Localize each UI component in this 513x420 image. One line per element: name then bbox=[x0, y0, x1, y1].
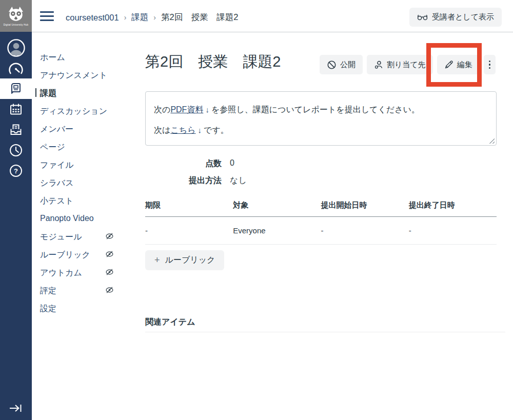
sidebar-item-inbox[interactable] bbox=[0, 119, 32, 140]
course-nav-item-label: アウトカム bbox=[40, 268, 82, 277]
table-header-row: 期限 対象 提出開始日時 提出終了日時 bbox=[145, 198, 497, 217]
inbox-icon bbox=[9, 123, 23, 137]
resize-handle-icon[interactable] bbox=[489, 138, 495, 144]
svg-text:?: ? bbox=[14, 167, 18, 175]
hidden-eye-icon bbox=[105, 268, 114, 276]
course-nav: ホーム アナウンスメント 課題 ディスカッション メンバー ページ ファイル シ… bbox=[40, 52, 132, 322]
due-dates-table: 期限 対象 提出開始日時 提出終了日時 - Everyone - - bbox=[145, 198, 497, 245]
cell-available-until: - bbox=[409, 217, 497, 245]
assign-user-icon bbox=[374, 60, 383, 69]
breadcrumb: coursetest001 › 課題 › 第2回 授業 課題2 bbox=[66, 12, 238, 23]
breadcrumb-course-link[interactable]: coursetest001 bbox=[66, 13, 119, 23]
pdf-file-link[interactable]: PDF資料 bbox=[170, 105, 203, 114]
collapse-arrow-icon bbox=[8, 403, 24, 413]
sidebar-item-account[interactable] bbox=[0, 37, 32, 58]
cell-available-from: - bbox=[321, 217, 409, 245]
course-nav-item-panopto-video[interactable]: Panopto Video bbox=[40, 214, 132, 223]
description-text: 次は bbox=[154, 126, 170, 134]
more-options-kebab-icon[interactable] bbox=[484, 55, 496, 74]
course-nav-item-outcomes[interactable]: アウトカム bbox=[40, 268, 132, 276]
course-nav-item-label: ルーブリック bbox=[40, 250, 90, 259]
sidebar-item-calendar[interactable] bbox=[0, 99, 32, 119]
dashboard-gauge-icon bbox=[8, 62, 24, 75]
courses-book-icon bbox=[9, 82, 23, 96]
edit-button[interactable]: 編集 bbox=[437, 55, 480, 74]
course-nav-item-settings[interactable]: 設定 bbox=[40, 304, 132, 312]
course-nav-item-grades[interactable]: 評定 bbox=[40, 286, 132, 294]
course-nav-item-syllabus[interactable]: シラバス bbox=[40, 178, 132, 187]
points-row: 点数 0 bbox=[145, 158, 247, 169]
sidebar-item-history[interactable] bbox=[0, 140, 32, 161]
table-row: - Everyone - - bbox=[145, 217, 497, 245]
course-nav-item-quizzes[interactable]: 小テスト bbox=[40, 196, 132, 205]
publish-button[interactable]: 公開 bbox=[320, 55, 363, 74]
add-rubric-label: ルーブリック bbox=[165, 255, 215, 266]
download-icon[interactable]: ↓ bbox=[205, 105, 209, 114]
points-value: 0 bbox=[230, 158, 234, 169]
cell-due: - bbox=[145, 217, 233, 245]
cell-for: Everyone bbox=[233, 217, 321, 245]
submission-type-row: 提出方法 なし bbox=[145, 175, 247, 186]
assign-to-label: 割り当て先 bbox=[387, 60, 426, 70]
course-nav-item-announcements[interactable]: アナウンスメント bbox=[40, 70, 132, 79]
global-nav: Digital University Hub bbox=[0, 0, 32, 420]
course-nav-item-pages[interactable]: ページ bbox=[40, 142, 132, 151]
sidebar-collapse-button[interactable] bbox=[0, 399, 32, 417]
course-nav-item-label: モジュール bbox=[40, 232, 82, 241]
user-avatar-icon bbox=[7, 38, 26, 57]
lemur-logo-icon bbox=[6, 6, 26, 23]
description-text: 次の bbox=[154, 105, 170, 114]
edit-label: 編集 bbox=[457, 60, 472, 70]
hamburger-menu-icon[interactable] bbox=[40, 11, 54, 21]
submission-type-value: なし bbox=[230, 175, 247, 186]
course-nav-item-assignments[interactable]: 課題 bbox=[35, 88, 132, 97]
related-items-heading: 関連アイテム bbox=[145, 317, 195, 328]
view-as-student-label: 受講者として表示 bbox=[432, 12, 494, 22]
assignment-actions: 公開 割り当て先 編集 bbox=[320, 55, 496, 74]
course-nav-item-home[interactable]: ホーム bbox=[40, 52, 132, 61]
col-available-from: 提出開始日時 bbox=[321, 198, 409, 217]
course-nav-item-people[interactable]: メンバー bbox=[40, 124, 132, 133]
col-due: 期限 bbox=[145, 198, 233, 217]
edit-pencil-icon bbox=[444, 60, 453, 69]
related-items-divider bbox=[145, 332, 505, 332]
course-nav-item-discussions[interactable]: ディスカッション bbox=[40, 106, 132, 115]
description-line-2: 次はこちら↓です。 bbox=[154, 125, 488, 135]
sidebar-item-courses[interactable] bbox=[0, 78, 32, 99]
view-as-student-button[interactable]: 受講者として表示 bbox=[409, 8, 502, 27]
top-header: coursetest001 › 課題 › 第2回 授業 課題2 受講者として表示 bbox=[32, 0, 513, 32]
description-line-1: 次のPDF資料↓を参照し、課題についてレポートを提出してください。 bbox=[154, 105, 488, 114]
glasses-icon bbox=[417, 14, 428, 21]
description-text: です。 bbox=[204, 126, 229, 134]
logo-label: Digital University Hub bbox=[4, 24, 28, 26]
logo[interactable]: Digital University Hub bbox=[0, 0, 32, 32]
col-available-until: 提出終了日時 bbox=[409, 198, 497, 217]
assignment-details: 点数 0 提出方法 なし bbox=[145, 158, 247, 192]
breadcrumb-separator: › bbox=[124, 13, 127, 22]
breadcrumb-separator: › bbox=[153, 13, 156, 22]
plus-icon: + bbox=[154, 255, 160, 266]
course-nav-item-files[interactable]: ファイル bbox=[40, 160, 132, 169]
help-icon: ? bbox=[9, 164, 23, 178]
course-nav-item-modules[interactable]: モジュール bbox=[40, 232, 132, 241]
breadcrumb-assignments-link[interactable]: 課題 bbox=[131, 12, 148, 23]
hidden-eye-icon bbox=[105, 250, 114, 258]
assign-to-button[interactable]: 割り当て先 bbox=[367, 55, 433, 74]
hidden-eye-icon bbox=[105, 232, 114, 241]
kochira-file-link[interactable]: こちら bbox=[170, 126, 195, 134]
course-nav-item-label: 評定 bbox=[40, 286, 56, 295]
history-clock-icon bbox=[9, 143, 23, 157]
calendar-icon bbox=[9, 102, 23, 116]
course-nav-item-rubrics[interactable]: ルーブリック bbox=[40, 250, 132, 258]
global-nav-items: ? bbox=[0, 37, 32, 181]
unpublished-ban-icon bbox=[327, 60, 337, 70]
download-icon[interactable]: ↓ bbox=[198, 126, 202, 134]
description-text: を参照し、課題についてレポートを提出してください。 bbox=[211, 105, 420, 114]
sidebar-item-help[interactable]: ? bbox=[0, 161, 32, 181]
hidden-eye-icon bbox=[105, 286, 114, 294]
points-label: 点数 bbox=[145, 158, 222, 169]
add-rubric-button[interactable]: + ルーブリック bbox=[145, 250, 224, 270]
page-title: 第2回 授業 課題2 bbox=[145, 52, 281, 72]
sidebar-item-dashboard[interactable] bbox=[0, 58, 32, 78]
assignment-description: 次のPDF資料↓を参照し、課題についてレポートを提出してください。 次はこちら↓… bbox=[145, 91, 497, 146]
